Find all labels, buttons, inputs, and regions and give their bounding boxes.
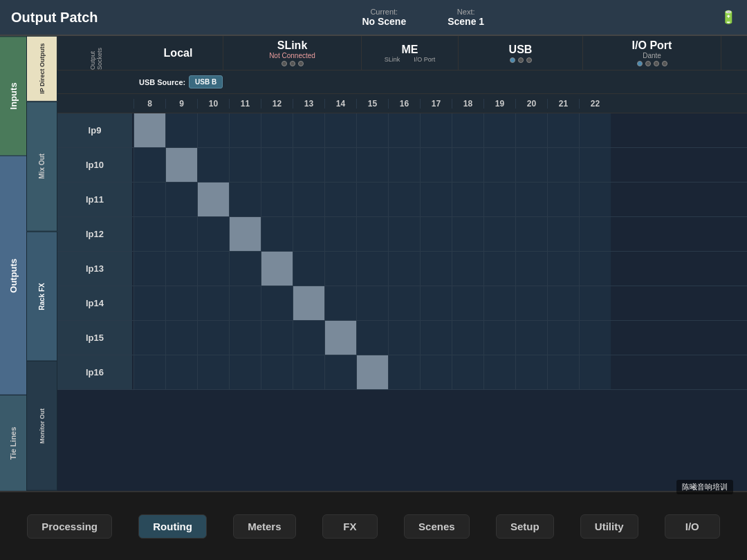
grid-cell[interactable] <box>420 148 452 182</box>
grid-cell[interactable] <box>261 183 293 216</box>
grid-cell[interactable] <box>229 183 261 216</box>
grid-cell[interactable] <box>133 217 165 251</box>
grid-cell[interactable] <box>579 183 611 216</box>
grid-cell[interactable] <box>579 286 611 320</box>
grid-cell[interactable] <box>133 183 165 216</box>
grid-cell[interactable] <box>420 183 452 216</box>
grid-cell[interactable] <box>515 321 547 355</box>
grid-cell[interactable] <box>388 321 420 355</box>
grid-cell[interactable] <box>197 355 229 389</box>
grid-cell[interactable] <box>515 148 547 182</box>
grid-cell[interactable] <box>356 321 388 355</box>
grid-cell[interactable] <box>356 355 388 389</box>
grid-cell[interactable] <box>579 321 611 355</box>
grid-cell[interactable] <box>547 148 579 182</box>
usb-source-button[interactable]: USB B <box>189 75 223 88</box>
grid-cell[interactable] <box>483 286 515 320</box>
grid-cell[interactable] <box>356 148 388 182</box>
grid-cell[interactable] <box>483 321 515 355</box>
grid-cell[interactable] <box>324 286 356 320</box>
nav-processing[interactable]: Processing <box>27 514 112 539</box>
grid-cell[interactable] <box>261 252 293 286</box>
grid-cell[interactable] <box>420 217 452 251</box>
grid-cell[interactable] <box>547 321 579 355</box>
grid-cell[interactable] <box>547 286 579 320</box>
grid-cell[interactable] <box>452 217 483 251</box>
grid-cell[interactable] <box>293 355 324 389</box>
grid-cell[interactable] <box>293 286 324 320</box>
grid-cell[interactable] <box>133 321 165 355</box>
grid-cell[interactable] <box>165 217 197 251</box>
sub-tab-monitor-out[interactable]: Monitor Out <box>26 361 57 491</box>
grid-cell[interactable] <box>197 286 229 320</box>
grid-cell[interactable] <box>324 355 356 389</box>
grid-cell[interactable] <box>452 252 483 286</box>
grid-cell[interactable] <box>420 321 452 355</box>
nav-routing[interactable]: Routing <box>138 514 207 539</box>
grid-cell[interactable] <box>293 252 324 286</box>
grid-cell[interactable] <box>356 183 388 216</box>
grid-cell[interactable] <box>388 148 420 182</box>
grid-cell[interactable] <box>547 252 579 286</box>
grid-cell[interactable] <box>515 286 547 320</box>
grid-cell[interactable] <box>515 113 547 147</box>
grid-cell[interactable] <box>356 286 388 320</box>
grid-cell[interactable] <box>547 217 579 251</box>
nav-io[interactable]: I/O <box>665 514 720 539</box>
grid-cell[interactable] <box>229 113 261 147</box>
grid-cell[interactable] <box>452 321 483 355</box>
grid-cell[interactable] <box>133 355 165 389</box>
grid-cell[interactable] <box>133 252 165 286</box>
grid-cell[interactable] <box>515 355 547 389</box>
grid-cell[interactable] <box>483 113 515 147</box>
grid-cell[interactable] <box>197 183 229 216</box>
nav-setup[interactable]: Setup <box>496 514 554 539</box>
grid-cell[interactable] <box>324 252 356 286</box>
grid-cell[interactable] <box>483 183 515 216</box>
grid-cell[interactable] <box>133 148 165 182</box>
grid-cell[interactable] <box>293 321 324 355</box>
grid-cell[interactable] <box>229 321 261 355</box>
grid-cell[interactable] <box>579 217 611 251</box>
grid-cell[interactable] <box>579 252 611 286</box>
grid-cell[interactable] <box>229 355 261 389</box>
grid-cell[interactable] <box>579 148 611 182</box>
grid-cell[interactable] <box>356 113 388 147</box>
grid-cell[interactable] <box>165 183 197 216</box>
grid-cell[interactable] <box>452 286 483 320</box>
nav-meters[interactable]: Meters <box>233 514 295 539</box>
grid-cell[interactable] <box>547 183 579 216</box>
grid-cell[interactable] <box>388 355 420 389</box>
grid-cell[interactable] <box>229 252 261 286</box>
grid-cell[interactable] <box>197 252 229 286</box>
grid-cell[interactable] <box>388 113 420 147</box>
grid-cell[interactable] <box>293 148 324 182</box>
grid-cell[interactable] <box>165 113 197 147</box>
grid-cell[interactable] <box>165 286 197 320</box>
grid-cell[interactable] <box>356 252 388 286</box>
grid-cell[interactable] <box>261 286 293 320</box>
grid-cell[interactable] <box>165 252 197 286</box>
grid-cell[interactable] <box>483 252 515 286</box>
grid-cell[interactable] <box>452 148 483 182</box>
grid-cell[interactable] <box>197 321 229 355</box>
grid-cell[interactable] <box>420 355 452 389</box>
grid-cell[interactable] <box>133 113 165 147</box>
grid-cell[interactable] <box>229 217 261 251</box>
grid-cell[interactable] <box>388 286 420 320</box>
grid-cell[interactable] <box>293 183 324 216</box>
grid-cell[interactable] <box>197 113 229 147</box>
grid-cell[interactable] <box>356 217 388 251</box>
grid-cell[interactable] <box>452 113 483 147</box>
grid-cell[interactable] <box>452 355 483 389</box>
grid-cell[interactable] <box>324 148 356 182</box>
grid-cell[interactable] <box>133 286 165 320</box>
grid-cell[interactable] <box>293 113 324 147</box>
sub-tab-inputs[interactable]: IP Direct Outputs <box>26 36 57 102</box>
grid-cell[interactable] <box>261 148 293 182</box>
grid-cell[interactable] <box>579 355 611 389</box>
grid-cell[interactable] <box>324 183 356 216</box>
grid-cell[interactable] <box>515 217 547 251</box>
grid-cell[interactable] <box>165 148 197 182</box>
grid-cell[interactable] <box>197 217 229 251</box>
